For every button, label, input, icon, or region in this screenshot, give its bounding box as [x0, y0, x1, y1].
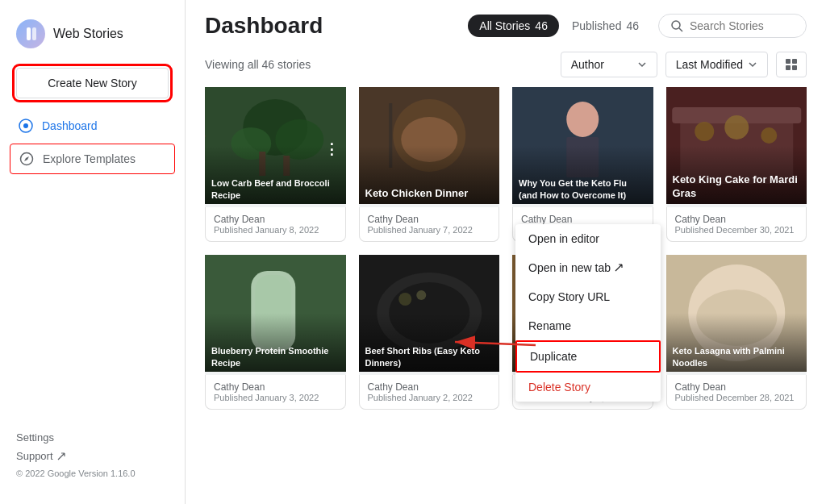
- context-rename[interactable]: Rename: [515, 311, 661, 340]
- sidebar-item-dashboard[interactable]: Dashboard: [10, 111, 175, 140]
- viewing-count-text: Viewing all 46 stories: [205, 58, 311, 71]
- story-author: Cathy Dean: [675, 381, 799, 393]
- svg-rect-8: [786, 59, 791, 64]
- support-link[interactable]: Support: [16, 450, 169, 462]
- filters: Author Last Modified: [561, 52, 807, 77]
- context-duplicate[interactable]: Duplicate: [515, 340, 661, 373]
- story-image-container: Low Carb Beef and Broccoli Recipe ⋮: [205, 87, 346, 207]
- svg-rect-9: [792, 59, 797, 64]
- search-icon: [670, 19, 683, 32]
- story-card[interactable]: Low Carb Beef and Broccoli Recipe ⋮ Cath…: [205, 87, 346, 242]
- context-menu: Open in editor Open in new tab Copy Stor…: [515, 224, 661, 402]
- story-title-overlay: Low Carb Beef and Broccoli Recipe: [211, 177, 340, 201]
- modified-filter-dropdown[interactable]: Last Modified: [665, 52, 768, 77]
- story-card[interactable]: Keto King Cake for Mardi Gras Cathy Dean…: [666, 87, 807, 242]
- main-content: Dashboard All Stories 46 Published 46 Vi…: [186, 0, 826, 504]
- header: Dashboard All Stories 46 Published 46: [205, 13, 807, 39]
- story-info: Cathy Dean Published December 30, 2021: [666, 207, 807, 242]
- story-image-container: Why You Get the Keto Flu (and How to Ove…: [512, 87, 653, 207]
- svg-rect-1: [27, 27, 31, 40]
- story-date: Published January 7, 2022: [368, 225, 491, 235]
- chevron-down-icon: [637, 60, 647, 69]
- story-card[interactable]: Beef Short Ribs (Easy Keto Dinners) Cath…: [359, 255, 500, 410]
- tab-all-stories[interactable]: All Stories 46: [468, 15, 559, 37]
- story-title-overlay: Why You Get the Keto Flu (and How to Ove…: [519, 177, 647, 201]
- context-delete[interactable]: Delete Story: [515, 373, 661, 402]
- sidebar-item-explore-label: Explore Templates: [43, 152, 136, 165]
- story-author: Cathy Dean: [368, 214, 491, 225]
- external-link-icon-2: [614, 263, 624, 273]
- story-author: Cathy Dean: [521, 214, 645, 225]
- sidebar-bottom: Settings Support © 2022 Google Version 1…: [0, 419, 185, 491]
- svg-rect-10: [786, 65, 791, 70]
- story-info: Cathy Dean Published January 8, 2022: [205, 207, 346, 242]
- story-image-container: Beef Short Ribs (Easy Keto Dinners): [359, 255, 500, 375]
- story-image-container: Blueberry Protein Smoothie Recipe: [205, 255, 346, 375]
- svg-rect-11: [792, 65, 797, 70]
- web-stories-logo-icon: [16, 19, 45, 48]
- logo-container: Web Stories: [0, 13, 185, 61]
- sidebar-item-explore[interactable]: Explore Templates: [10, 144, 175, 174]
- context-open-tab[interactable]: Open in new tab: [515, 253, 661, 282]
- grid-icon: [785, 58, 798, 71]
- story-author: Cathy Dean: [675, 214, 799, 225]
- story-title-overlay: Keto Lasagna with Palmini Noodles: [673, 345, 801, 369]
- version-text: © 2022 Google Version 1.16.0: [16, 469, 169, 478]
- svg-line-7: [679, 28, 682, 31]
- story-info: Cathy Dean Published January 2, 2022: [359, 375, 500, 410]
- external-link-icon: [56, 452, 66, 461]
- story-card[interactable]: Why You Get the Keto Flu (and How to Ove…: [512, 87, 653, 242]
- page-title: Dashboard: [205, 13, 448, 39]
- svg-point-4: [23, 123, 28, 128]
- sidebar: Web Stories Create New Story Dashboard E…: [0, 0, 186, 504]
- settings-link[interactable]: Settings: [16, 431, 169, 444]
- create-story-button[interactable]: Create New Story: [16, 68, 169, 98]
- context-open-editor[interactable]: Open in editor: [515, 224, 661, 253]
- context-copy-url[interactable]: Copy Story URL: [515, 282, 661, 311]
- search-input[interactable]: [690, 19, 795, 32]
- explore-icon: [19, 151, 35, 167]
- story-info: Cathy Dean Published January 7, 2022: [359, 207, 500, 242]
- logo-text: Web Stories: [53, 27, 123, 41]
- story-info: Cathy Dean Published December 28, 2021: [666, 375, 807, 410]
- sidebar-navigation: Dashboard Explore Templates: [0, 111, 185, 174]
- story-info: Cathy Dean Published January 3, 2022: [205, 375, 346, 410]
- story-card[interactable]: Blueberry Protein Smoothie Recipe Cathy …: [205, 255, 346, 410]
- story-title-overlay: Keto Chicken Dinner: [365, 187, 494, 201]
- story-image-container: Keto Chicken Dinner: [359, 87, 500, 207]
- chevron-down-icon-2: [748, 60, 757, 69]
- story-author: Cathy Dean: [214, 381, 337, 393]
- story-title-overlay: Keto King Cake for Mardi Gras: [673, 173, 801, 201]
- story-image-container: Keto Lasagna with Palmini Noodles: [666, 255, 807, 375]
- story-card[interactable]: Keto Lasagna with Palmini Noodles Cathy …: [666, 255, 807, 410]
- tab-published[interactable]: Published 46: [572, 19, 639, 32]
- story-date: Published January 3, 2022: [214, 393, 337, 402]
- story-title-overlay: Blueberry Protein Smoothie Recipe: [211, 345, 340, 369]
- story-date: Published December 30, 2021: [675, 225, 799, 235]
- sub-header: Viewing all 46 stories Author Last Modif…: [205, 52, 807, 77]
- story-date: Published January 2, 2022: [368, 393, 491, 402]
- story-date: Published January 8, 2022: [214, 225, 337, 235]
- dashboard-icon: [18, 118, 34, 134]
- grid-view-button[interactable]: [776, 52, 807, 77]
- story-date: Published December 28, 2021: [675, 393, 799, 402]
- story-image-container: Keto King Cake for Mardi Gras: [666, 87, 807, 207]
- svg-point-6: [672, 21, 680, 29]
- filter-tabs: All Stories 46 Published 46: [468, 15, 639, 37]
- stories-grid: Low Carb Beef and Broccoli Recipe ⋮ Cath…: [205, 87, 807, 410]
- svg-rect-2: [32, 27, 36, 40]
- story-title-overlay: Beef Short Ribs (Easy Keto Dinners): [365, 345, 494, 369]
- author-filter-dropdown[interactable]: Author: [561, 52, 657, 77]
- search-bar[interactable]: [658, 14, 807, 38]
- story-more-button[interactable]: ⋮: [322, 140, 341, 159]
- story-card[interactable]: Keto Chicken Dinner Cathy Dean Published…: [359, 87, 500, 242]
- story-author: Cathy Dean: [368, 381, 491, 393]
- sidebar-item-dashboard-label: Dashboard: [42, 119, 98, 132]
- story-author: Cathy Dean: [214, 214, 337, 225]
